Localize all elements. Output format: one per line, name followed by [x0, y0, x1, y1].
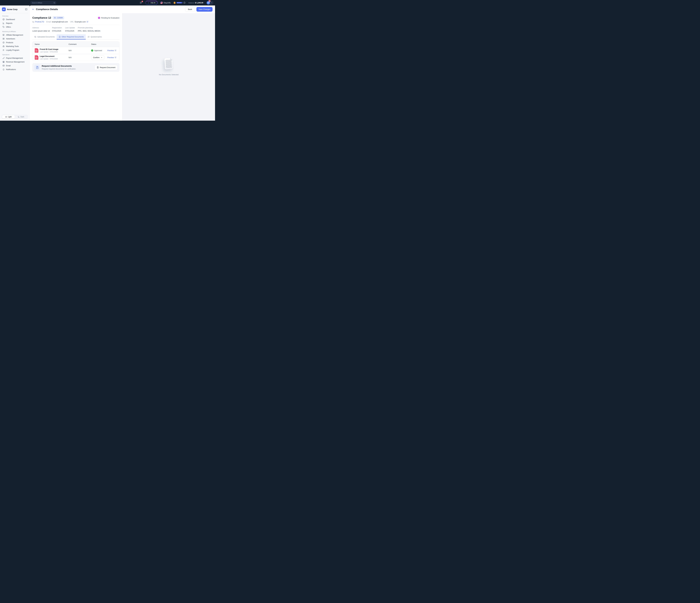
copy-files-icon — [34, 36, 36, 38]
document-comment: N/A — [66, 56, 89, 58]
theme-light-button[interactable]: Light — [2, 115, 15, 119]
col-comment: Comment — [66, 43, 89, 45]
sidebar-item-reports[interactable]: Reports — [2, 21, 28, 25]
sidebar-item-revenue-management[interactable]: Revenue Management — [2, 60, 28, 64]
file-icon — [97, 66, 99, 68]
tab-other-required-documents[interactable]: Other Required Documents — [57, 34, 86, 40]
search-input[interactable] — [32, 2, 53, 4]
approved-check-icon — [91, 49, 93, 52]
sidebar-item-notifications[interactable]: Notifications — [2, 68, 28, 71]
help-icon[interactable] — [183, 2, 185, 4]
section-label-marketing: Marketing & Affiliates — [2, 31, 27, 32]
info-grid: Adresss Registration Last Update Promote… — [32, 27, 119, 32]
app-window: 3 Ask AI Eng (US) — [0, 0, 215, 121]
topbar-right-cluster: 3 Ask AI Eng (US) — [139, 1, 215, 5]
pdf-file-icon: PDF — [35, 55, 39, 60]
by-label: by — [32, 21, 34, 23]
search-box[interactable] — [30, 1, 56, 4]
sidebar-item-offers[interactable]: Offers — [2, 25, 28, 29]
preview-link[interactable]: Preview — [105, 49, 119, 52]
promote-value: PPC, SEO, SOCIAL MEDIA — [78, 30, 119, 32]
user-menu[interactable]: OR 12 — [206, 1, 214, 5]
page-header: Compliance Details Back Save Changes — [29, 5, 215, 13]
company-link[interactable]: ProlineLTD — [35, 21, 44, 23]
topbar-divider — [144, 2, 144, 4]
back-button[interactable]: Back — [185, 7, 195, 11]
external-link-icon — [115, 56, 116, 58]
request-section-subtitle: Request required documents for verificat… — [42, 68, 76, 70]
sidebar-item-advertisers[interactable]: Advertisers — [2, 37, 28, 41]
ask-ai-button[interactable]: Ask AI — [146, 1, 157, 5]
status-badge: Pending for Evaluation — [98, 17, 119, 19]
magic-wand-icon — [148, 2, 150, 4]
last-update-label: Last Update — [40, 51, 48, 53]
circle-plus-icon — [2, 42, 5, 44]
chevron-down-icon — [101, 57, 102, 58]
section-label-overview: Overview — [2, 15, 27, 17]
theme-dark-button[interactable]: Dark — [15, 115, 27, 119]
sidebar-item-marketing-tools[interactable]: Marketing Tools — [2, 44, 28, 48]
compliance-title: Compliance 12 — [32, 16, 51, 19]
registration-label: Registration — [52, 27, 65, 29]
email-label: Email — [46, 21, 51, 23]
external-link-icon[interactable] — [86, 21, 88, 23]
org-avatar: AC — [2, 7, 6, 11]
confirm-dropdown[interactable]: Confirm — [91, 55, 104, 60]
document-name: Legal Document — [40, 55, 58, 57]
org-name: Acme Corp — [7, 8, 24, 10]
document-comment: N/A — [66, 49, 89, 52]
cube-icon — [2, 18, 5, 21]
balance: Balance $ 1,245.00 — [189, 2, 203, 4]
documents-table: Name Comment Status PDF Frond ID Card im… — [32, 42, 119, 61]
bar-chart-icon — [2, 22, 5, 24]
request-documents-section: Request Additional Documents Request req… — [32, 63, 119, 72]
org-switcher[interactable]: AC Acme Corp — [2, 7, 28, 12]
preview-link[interactable]: Preview — [105, 56, 119, 58]
request-document-button[interactable]: Request Document — [95, 65, 118, 70]
messages-button[interactable]: 3 — [139, 1, 143, 4]
user-card-icon — [2, 34, 5, 36]
file-text-icon — [59, 36, 60, 38]
sidebar-item-products[interactable]: Products — [2, 41, 28, 44]
pdf-file-icon: PDF — [35, 48, 39, 53]
back-arrow-icon[interactable] — [32, 8, 34, 10]
sidebar-collapse-icon[interactable] — [25, 8, 27, 10]
mail-icon — [2, 65, 5, 67]
compliance-id-badge: ID : 219394 — [53, 16, 64, 19]
registration-value: 07/01/2025 — [52, 30, 65, 32]
message-plus-icon — [88, 36, 90, 38]
document-status: Approved — [94, 49, 102, 52]
table-row[interactable]: PDF Frond ID Card image Last Update 07/0… — [32, 47, 119, 54]
ask-ai-label: Ask AI — [150, 2, 155, 4]
banknote-icon — [2, 61, 5, 63]
chevron-down-icon — [211, 2, 212, 3]
level-progress — [173, 2, 185, 4]
language-selector[interactable]: Eng (US) — [160, 2, 171, 4]
pending-status-icon — [98, 17, 100, 19]
tag-icon — [2, 26, 5, 28]
tab-quistonnaires[interactable]: Quistonnaires — [86, 34, 104, 40]
briefcase-icon — [2, 45, 5, 47]
sidebar-item-loyalty-program[interactable]: Loyalty Program — [2, 48, 28, 52]
request-section-title: Request Additional Documents — [42, 65, 76, 67]
topbar: 3 Ask AI Eng (US) — [0, 0, 215, 5]
empty-document-illustration — [165, 58, 173, 70]
chat-badge: 3 — [142, 1, 143, 2]
sidebar-item-dashboard[interactable]: Dashboard — [2, 18, 28, 21]
sidebar-item-payout-management[interactable]: Payout Management — [2, 56, 28, 60]
table-row[interactable]: PDF Legal Document Last Update 07/01/202… — [32, 54, 119, 61]
compliance-card: Compliance 12 ID : 219394 Pending for Ev… — [29, 13, 122, 121]
tab-uploaded-documents[interactable]: Uploaded Documents — [32, 34, 57, 40]
save-changes-button[interactable]: Save Changes — [196, 7, 212, 11]
sidebar-item-affiliate-management[interactable]: Affiliate Management — [2, 33, 28, 37]
sun-icon — [5, 116, 7, 118]
medal-icon — [173, 2, 176, 4]
search-icon — [53, 2, 55, 4]
address-label: Adresss — [32, 27, 52, 29]
us-flag-icon — [160, 2, 163, 4]
sidebar-item-email[interactable]: Email — [2, 64, 28, 68]
document-tabs: Uploaded Documents Other Required Docume… — [32, 34, 119, 40]
compliance-byline: by ProlineLTD Email example@mail.com URL… — [32, 21, 119, 23]
col-name: Name — [32, 43, 66, 45]
language-label: Eng (US) — [164, 2, 171, 4]
